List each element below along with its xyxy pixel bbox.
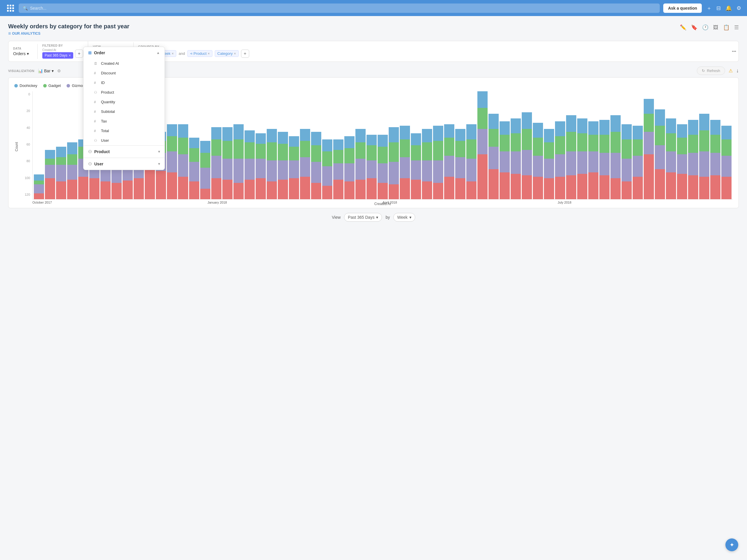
- menu-icon[interactable]: ☰: [734, 24, 739, 31]
- bar-group[interactable]: [511, 118, 521, 199]
- bar-group[interactable]: [533, 123, 543, 199]
- more-options-button[interactable]: •••: [729, 48, 739, 55]
- bar-group[interactable]: [666, 118, 676, 199]
- search-input[interactable]: [30, 6, 656, 10]
- period-selector[interactable]: Past 365 Days ▾: [344, 213, 382, 222]
- dropdown-item[interactable]: #Quantity: [83, 97, 164, 107]
- bar-group[interactable]: [45, 150, 55, 199]
- bar-group[interactable]: [577, 118, 587, 199]
- image-icon[interactable]: 🖼: [713, 25, 718, 31]
- user-section-header[interactable]: ⚇ User ▾: [83, 158, 164, 170]
- add-group-button[interactable]: +: [241, 50, 249, 58]
- bar-group[interactable]: [378, 135, 388, 199]
- bar-group[interactable]: [655, 109, 665, 199]
- bar-group[interactable]: [611, 115, 621, 199]
- bar-group[interactable]: [688, 120, 698, 199]
- bar-group[interactable]: [522, 112, 532, 199]
- new-item-icon[interactable]: ＋: [706, 5, 712, 12]
- bar-group[interactable]: [355, 129, 366, 199]
- bar-group[interactable]: [411, 133, 421, 199]
- dropdown-item[interactable]: #Discount: [83, 68, 164, 78]
- bar-group[interactable]: [721, 126, 731, 199]
- group1-close-icon[interactable]: ×: [172, 52, 174, 56]
- bar-group[interactable]: [389, 127, 399, 199]
- settings-icon[interactable]: ⚙: [737, 5, 741, 11]
- dropdown-item[interactable]: #ID: [83, 78, 164, 87]
- bar-group[interactable]: [344, 136, 355, 199]
- viz-settings-icon[interactable]: ⚙: [57, 69, 61, 73]
- dropdown-item[interactable]: #Subtotal: [83, 107, 164, 116]
- bar-group[interactable]: [267, 129, 277, 199]
- bar-group[interactable]: [599, 120, 610, 199]
- add-filter-button[interactable]: +: [75, 50, 83, 58]
- bell-icon[interactable]: 🔔: [725, 5, 732, 11]
- bar-group[interactable]: [256, 133, 266, 199]
- order-section-header[interactable]: ⊞ Order ▲: [83, 47, 164, 59]
- interval-selector[interactable]: Week ▾: [393, 213, 415, 222]
- bar-group[interactable]: [244, 130, 255, 199]
- legend-item[interactable]: Gadget: [43, 83, 61, 88]
- bar-group[interactable]: [566, 115, 576, 199]
- ask-question-button[interactable]: Ask a question: [663, 3, 702, 13]
- filter-close-icon[interactable]: ×: [69, 53, 71, 58]
- bar-group[interactable]: [200, 141, 210, 199]
- group-pill-2[interactable]: ⊲ Product ×: [187, 50, 212, 57]
- search-bar[interactable]: 🔍: [19, 3, 660, 13]
- bar-group[interactable]: [488, 114, 499, 199]
- copy-icon[interactable]: 📋: [723, 24, 729, 31]
- bar-group[interactable]: [289, 136, 299, 199]
- bar-group[interactable]: [34, 175, 44, 199]
- bar-group[interactable]: [311, 132, 321, 199]
- bar-group[interactable]: [300, 129, 310, 199]
- bar-group[interactable]: [233, 124, 243, 199]
- refresh-button[interactable]: ↻ Refresh: [697, 66, 725, 75]
- download-icon[interactable]: ↓: [736, 68, 739, 74]
- viz-type-selector[interactable]: 📊 Bar ▾: [38, 69, 54, 73]
- bar-group[interactable]: [499, 121, 510, 199]
- group2-close-icon[interactable]: ×: [208, 52, 210, 56]
- bar-group[interactable]: [167, 124, 177, 199]
- bar-group[interactable]: [699, 114, 710, 199]
- bar-group[interactable]: [555, 121, 565, 199]
- dropdown-item[interactable]: ⚇Product: [83, 87, 164, 97]
- bar-group[interactable]: [333, 139, 343, 199]
- data-value[interactable]: Orders ▾: [13, 51, 33, 56]
- bar-group[interactable]: [366, 135, 377, 199]
- product-section-header[interactable]: ⚇ Product ▾: [83, 145, 164, 158]
- bar-group[interactable]: [588, 121, 598, 199]
- filter-tag[interactable]: Past 365 Days ×: [42, 52, 73, 59]
- group-pill-3[interactable]: Category ×: [215, 50, 239, 57]
- dropdown-item[interactable]: ⚇User: [83, 136, 164, 145]
- bar-group[interactable]: [422, 129, 432, 199]
- legend-item[interactable]: Doohickey: [14, 83, 37, 88]
- group3-close-icon[interactable]: ×: [234, 52, 236, 56]
- bar-group[interactable]: [621, 124, 632, 199]
- bar-group[interactable]: [178, 124, 188, 199]
- bar-group[interactable]: [478, 91, 488, 199]
- bar-group[interactable]: [444, 124, 454, 199]
- bar-group[interactable]: [322, 139, 332, 199]
- history-icon[interactable]: 🕐: [702, 24, 709, 31]
- bar-group[interactable]: [67, 142, 77, 199]
- bar-group[interactable]: [189, 138, 199, 199]
- bar-group[interactable]: [710, 120, 720, 199]
- bar-group[interactable]: [56, 147, 66, 199]
- bar-group[interactable]: [466, 124, 476, 199]
- dropdown-item[interactable]: #Tax: [83, 116, 164, 126]
- bar-group[interactable]: [278, 132, 288, 199]
- edit-icon[interactable]: ✏️: [680, 24, 686, 31]
- bar-group[interactable]: [433, 126, 443, 199]
- legend-item[interactable]: Gizmo: [67, 83, 83, 88]
- bar-group[interactable]: [677, 124, 687, 199]
- bar-group[interactable]: [222, 127, 233, 199]
- bar-group[interactable]: [644, 99, 654, 199]
- bar-group[interactable]: [633, 126, 643, 199]
- bookmark-icon[interactable]: 🔖: [691, 24, 697, 31]
- dropdown-item[interactable]: 🗓Created At: [83, 59, 164, 68]
- bar-group[interactable]: [211, 127, 222, 199]
- bar-group[interactable]: [544, 129, 554, 199]
- bar-group[interactable]: [455, 129, 465, 199]
- layout-icon[interactable]: ⊟: [716, 5, 721, 11]
- dropdown-item[interactable]: #Total: [83, 126, 164, 136]
- bar-group[interactable]: [400, 126, 410, 199]
